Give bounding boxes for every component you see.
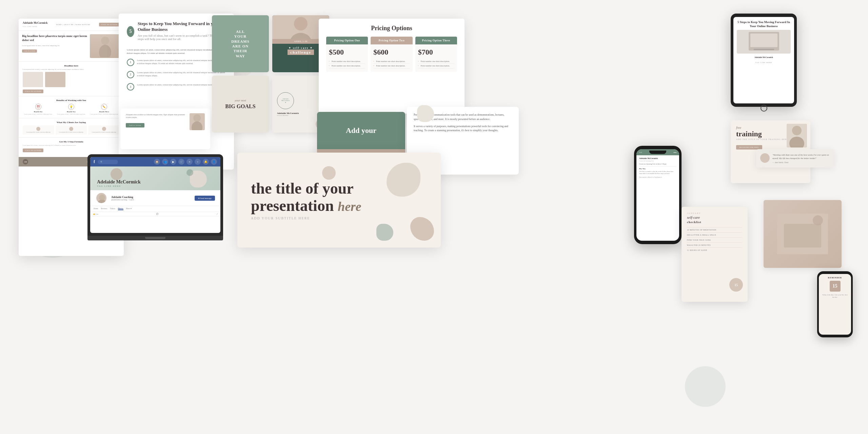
fb-nav-more[interactable]: More ▾	[126, 208, 132, 210]
section-cta[interactable]: CALL TO ACTION	[23, 90, 43, 93]
hero-cta-btn[interactable]: CALL TO ACTION	[22, 50, 37, 53]
phone-separator	[639, 166, 676, 166]
facebook-cover: Adelaide McCormick TAG LINE HERE	[90, 166, 220, 190]
pricing-col3-price: $700	[418, 48, 454, 57]
insta-big-goals-bg: your next BIG GOALS	[212, 76, 269, 133]
fb-nav-videos[interactable]: Videos	[110, 208, 115, 210]
tablet-home-button[interactable]	[761, 105, 767, 112]
site-nav-cta[interactable]: CALL TO ACTION	[99, 23, 120, 26]
testimonial-row: Lorem ipsum dolor sit amet consectetur a…	[23, 125, 120, 135]
fb-marketplace-icon[interactable]: 🛒	[178, 159, 184, 165]
fb-home-icon[interactable]: 🏠	[154, 159, 160, 165]
slide-accent-2	[322, 166, 336, 180]
phone-mockup: 9:41 ●●● Adelaide McCormick Create an Am…	[634, 146, 682, 244]
facebook-page-nav: Home Reviews Videos Photos More ▾	[90, 206, 220, 212]
testimonial-quote: "Working with Kate was one of the best w…	[772, 153, 830, 160]
blog-body: Lorem ipsum dolor sit amet, consectetur …	[127, 48, 226, 91]
phone-signal: ●●●	[673, 152, 676, 153]
phone-greeting: Hey You,	[639, 168, 676, 170]
site-logo: Adelaide McCormick TAG LINE HERE	[23, 21, 48, 28]
email-content: Aliquam eros at dolor ac lobortis magna …	[126, 113, 205, 130]
benefit-icon-3: ✏️	[101, 104, 107, 110]
section-img-1	[23, 72, 43, 87]
self-care-label: ✦ self-care ✦ challenge	[285, 44, 317, 58]
svg-point-12	[792, 126, 802, 135]
phone-screen: 9:41 ●●● Adelaide McCormick Create an Am…	[636, 149, 679, 241]
goals-script: your next	[235, 99, 246, 102]
brand-logo-circle: AdelaideMcCormick✦	[277, 92, 294, 109]
checklist-item-2: DECLUTTER A SMALL SPACE	[687, 232, 742, 237]
phone-notch	[649, 151, 666, 154]
site-benefits-section: Benefits of Working with You ⏰ Benefit O…	[19, 96, 124, 118]
pres-shape-2	[410, 217, 434, 241]
checklist-subtitle: checklist	[687, 220, 742, 224]
pres-title: the title of yourpresentation here	[251, 180, 427, 214]
fb-send-message-btn[interactable]: ✉ Send message	[195, 196, 215, 201]
fb-like[interactable]: 👍 Like	[93, 213, 98, 215]
fb-plus-icon[interactable]: +	[195, 159, 201, 165]
testimonial-avatar-1	[36, 127, 40, 131]
site-section-headline: Headline here Lorem ipsum dolor sit amet…	[19, 61, 124, 96]
blog-step-circle-1: 1	[127, 59, 134, 66]
fb-nav-photos[interactable]: Photos	[118, 208, 123, 210]
svg-point-13	[789, 137, 804, 147]
tablet-laptop-svg	[747, 30, 781, 52]
email-mockup: Aliquam eros at dolor ac lobortis magna …	[120, 108, 210, 149]
svg-point-11	[98, 200, 106, 204]
fb-cover-text: Adelaide McCormick TAG LINE HERE	[97, 179, 141, 188]
pricing-columns: Pricing Option One $500 Point number one…	[326, 37, 457, 72]
tablet-screen: 5 Steps to Keep You Moving Forward In Yo…	[733, 17, 794, 103]
testimonial-3: Lorem ipsum dolor sit amet consectetur a…	[88, 125, 120, 135]
tablet-footer: Adelaide McCormick TAG LINE HERE	[737, 56, 791, 64]
facebook-avatar	[96, 192, 107, 204]
reminder-title: REMINDER	[822, 277, 848, 279]
site-footer-logo: AM	[23, 159, 28, 164]
fb-share[interactable]: ↗	[216, 213, 218, 215]
laptop-notch	[145, 237, 165, 239]
insta-post-3: your next BIG GOALS	[212, 76, 269, 133]
insta-green-bg: ALLYOURDREAMSARE ONTHEIRWAY	[212, 15, 269, 72]
formula-cta[interactable]: CALL TO ACTION	[23, 149, 43, 152]
blog-step-row-3: 3 Lorem ipsum dolor sit amet, consectetu…	[127, 83, 226, 91]
fb-user-icon[interactable]: 👤	[211, 159, 217, 165]
add-title-text-1: Add your	[346, 126, 376, 135]
fb-menu-icon[interactable]: ≡	[186, 159, 193, 165]
facebook-action-bar: 👍 Like 💬 ↗	[90, 212, 220, 216]
checklist-item-5: 11 HOURS OF SLEEP	[687, 248, 742, 253]
pricing-col2-body: $600 Point number one short description.…	[371, 44, 412, 72]
email-text: Aliquam eros at dolor ac lobortis magna …	[126, 113, 186, 130]
fb-bell-icon[interactable]: 🔔	[203, 159, 209, 165]
person-svg	[97, 35, 114, 57]
pres-subtitle: ADD YOUR SUBTITLE HERE	[251, 216, 427, 220]
blog-step-row-2: 2 Lorem ipsum dolor sit amet, consectetu…	[127, 71, 226, 80]
svg-rect-9	[754, 49, 774, 50]
fb-friends-icon[interactable]: 👥	[162, 159, 168, 165]
pricing-col3-list: Point number one short description. Poin…	[418, 59, 454, 68]
reminder-screen: REMINDER 15 Today is the date. Live your…	[819, 274, 851, 335]
email-cta[interactable]: Call to Action	[126, 123, 144, 127]
insta-post-1: ALLYOURDREAMSARE ONTHEIRWAY	[212, 15, 269, 72]
checklist-item-1: 10 MINUTES OF MEDITATION	[687, 227, 742, 232]
site-formula: Get My 5 Step Formula Lorem ipsum dolor …	[19, 137, 124, 155]
tablet-image-area	[737, 30, 791, 54]
bg-shape-3	[685, 366, 726, 407]
fb-nav-reviews[interactable]: Reviews	[101, 208, 107, 210]
pricing-col1-body: $500 Point number one short description.…	[326, 44, 368, 72]
laptop-screen: f 🔍 🏠 👥 ▶ 🛒 ≡ + 🔔 👤	[90, 157, 220, 233]
fb-avatar-svg	[96, 193, 107, 204]
fb-comment[interactable]: 💬	[156, 213, 158, 215]
hero-person	[90, 34, 120, 58]
pricing-col3-body: $700 Point number one short description.…	[415, 44, 457, 72]
facebook-search[interactable]: 🔍	[98, 160, 118, 164]
facebook-profile-row: Adelaide Coaching @adelaidecoaching · Co…	[90, 190, 220, 206]
fb-nav-home[interactable]: Home	[94, 208, 98, 210]
checklist-day-number: 15	[729, 278, 743, 292]
instagram-posts-area: ALLYOURDREAMSARE ONTHEIRWAY APRIL 1-30 ✦	[212, 15, 334, 133]
photo-desk-svg	[777, 214, 828, 254]
benefits-grid: ⏰ Benefit One Lorem ipsum sit amet, cons…	[23, 104, 120, 115]
pricing-col-2: Pricing Option Two $600 Point number one…	[371, 37, 412, 72]
fb-page-name: Adelaide McCormick	[97, 179, 141, 185]
brand-name: Adelaide McCormick	[277, 112, 299, 115]
fb-video-icon[interactable]: ▶	[170, 159, 176, 165]
facebook-nav-icons: 🏠 👥 ▶ 🛒 ≡ + 🔔 👤	[154, 159, 217, 165]
